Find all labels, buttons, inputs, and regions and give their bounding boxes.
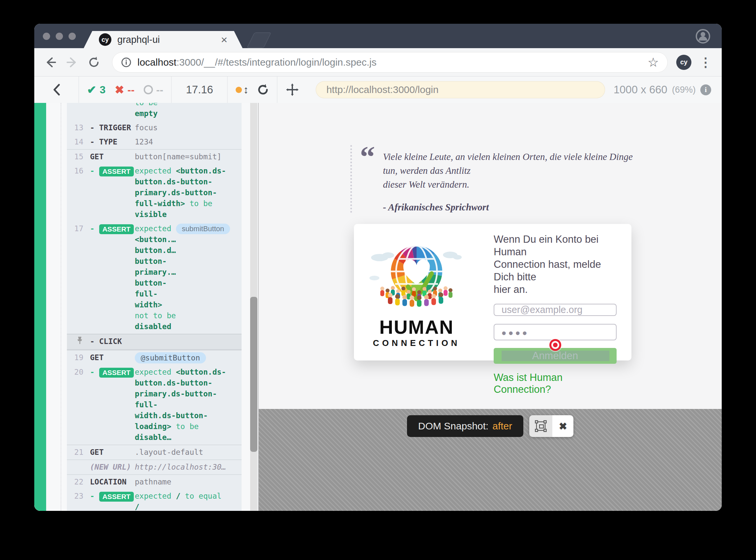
snapshot-state-pill: DOM Snapshot: after — [407, 415, 523, 437]
autoscroll-toggle[interactable]: ↕ — [236, 84, 249, 96]
back-icon[interactable] — [44, 56, 57, 68]
command-method: - TRIGGER — [83, 122, 133, 133]
pin-icon — [67, 336, 83, 347]
command-row[interactable]: 23- ASSERTexpected / to equal / — [67, 489, 241, 511]
command-number: 19 — [67, 352, 83, 363]
check-icon: ✔ — [87, 84, 97, 95]
email-input[interactable] — [494, 304, 616, 316]
titlebar: cy graphql-ui × — [34, 24, 722, 48]
snapshot-label: DOM Snapshot: — [418, 420, 488, 432]
command-row[interactable]: to be empty — [67, 103, 241, 121]
viewport-size: 1000 x 660 — [614, 83, 667, 96]
command-row[interactable]: 20- ASSERTexpected <button.ds- button.ds… — [67, 365, 241, 444]
command-row[interactable]: 22LOCATIONpathname — [67, 474, 241, 489]
bookmark-star-icon[interactable]: ☆ — [648, 55, 659, 69]
command-row[interactable]: 17- ASSERTexpected submitButton <button.… — [67, 222, 241, 334]
tab-close-icon[interactable]: × — [221, 34, 227, 45]
snapshot-state: after — [492, 420, 512, 432]
command-row[interactable]: 15GETbutton[name=submit] — [67, 149, 241, 164]
command-method: - ASSERT — [83, 367, 133, 378]
reporter-scrollbar[interactable] — [250, 103, 257, 511]
minimize-window-button[interactable] — [56, 33, 63, 40]
quote-mark-icon: “ — [360, 145, 375, 213]
command-message: 1234 — [133, 137, 239, 147]
highlight-toggle-button[interactable] — [529, 415, 552, 437]
url-path: :3000/__/#/tests/integration/login/login… — [176, 57, 376, 68]
brand-column: HUMAN CONNECTION — [354, 224, 479, 360]
command-row[interactable]: 19GET@submitButton — [67, 350, 241, 365]
command-number: 20 — [67, 367, 83, 378]
aut-url-wrap: http://localhost:3000/login — [307, 77, 613, 103]
what-is-hc-link[interactable]: Was ist Human Connection? — [494, 372, 616, 396]
command-message: expected submitButton <button.… button.d… — [133, 223, 239, 332]
command-method: GET — [83, 152, 133, 162]
runner-controls: ↕ — [228, 77, 277, 103]
command-row[interactable]: (NEW URL)http://localhost:30… — [67, 459, 241, 474]
updown-arrow-icon: ↕ — [243, 84, 249, 96]
command-message: http://localhost:30… — [133, 462, 239, 473]
command-method: LOCATION — [83, 477, 133, 487]
password-input[interactable] — [494, 324, 616, 340]
browser-tab[interactable]: cy graphql-ui × — [84, 31, 243, 48]
main-content: to be empty13- TRIGGERfocus14- TYPE12341… — [34, 103, 722, 511]
command-method: - TYPE — [83, 137, 133, 147]
profile-avatar-icon[interactable] — [695, 29, 711, 45]
command-method: (NEW URL) — [83, 462, 133, 473]
command-number: 16 — [67, 165, 83, 177]
quote-block: “ Viele kleine Leute, an vielen kleinen … — [350, 145, 640, 213]
cypress-toolbar: ✔3 ✖-- -- 17.16 ↕ http://localhost:3000/… — [34, 77, 722, 103]
assert-badge: ASSERT — [99, 492, 134, 502]
rerun-tests-icon[interactable] — [257, 84, 269, 96]
command-number: 23 — [67, 491, 83, 502]
command-row[interactable]: 21GET.layout-default — [67, 444, 241, 459]
browser-menu-icon[interactable]: ⋮ — [699, 55, 712, 69]
login-card: HUMAN CONNECTION Wenn Du ein Konto bei H… — [354, 224, 631, 360]
command-row[interactable]: 13- TRIGGERfocus — [67, 121, 241, 135]
close-window-button[interactable] — [43, 33, 50, 40]
command-message: button[name=submit] — [133, 152, 239, 162]
viewport-info: 1000 x 660 (69%) i — [614, 77, 722, 103]
orange-dot-icon — [236, 87, 242, 93]
cypress-extension-icon[interactable]: cy — [676, 55, 691, 70]
aut-url[interactable]: http://localhost:3000/login — [316, 81, 605, 98]
bounding-box-icon — [535, 420, 547, 432]
scrollbar-thumb[interactable] — [250, 297, 257, 452]
command-list: to be empty13- TRIGGERfocus14- TYPE12341… — [67, 103, 241, 511]
command-row[interactable]: 14- TYPE1234 — [67, 135, 241, 149]
command-number: 21 — [67, 447, 83, 458]
human-connection-logo-icon — [367, 238, 466, 317]
snapshot-close-button[interactable]: ✖ — [552, 415, 573, 437]
command-number: 13 — [67, 122, 83, 133]
submit-button-wrap: Anmelden — [494, 348, 616, 364]
command-number: 22 — [67, 477, 83, 487]
info-icon[interactable] — [121, 57, 131, 67]
reload-icon[interactable] — [88, 56, 100, 68]
maximize-window-button[interactable] — [68, 33, 76, 40]
omnibox[interactable]: localhost:3000/__/#/tests/integration/lo… — [112, 52, 668, 73]
assert-badge: ASSERT — [99, 224, 134, 234]
close-icon: ✖ — [559, 420, 567, 432]
login-intro-text: Wenn Du ein Konto bei Human Connection h… — [494, 233, 616, 296]
selector-playground-button[interactable] — [277, 77, 307, 103]
command-message: focus — [133, 122, 239, 133]
cypress-favicon-icon: cy — [99, 33, 111, 46]
circle-icon — [144, 85, 153, 94]
collapse-reporter-button[interactable] — [34, 77, 79, 103]
passed-stat: ✔3 — [87, 84, 105, 96]
command-method: GET — [83, 352, 133, 363]
event-hitbox-overlay — [502, 351, 609, 361]
command-log: to be empty13- TRIGGERfocus14- TYPE12341… — [34, 103, 258, 511]
outside-viewport-area: DOM Snapshot: after — [259, 409, 722, 511]
new-tab-button[interactable] — [247, 32, 271, 48]
viewport-zoom: (69%) — [672, 85, 696, 95]
command-number: 17 — [67, 223, 83, 234]
command-row[interactable]: 16- ASSERTexpected <button.ds- button.ds… — [67, 164, 241, 222]
tab-title: graphql-ui — [117, 34, 160, 45]
test-stats: ✔3 ✖-- -- — [79, 77, 172, 103]
viewport-info-icon[interactable]: i — [700, 84, 711, 95]
command-row[interactable]: - CLICK — [67, 334, 241, 350]
command-method: - ASSERT — [83, 223, 133, 234]
assert-badge: ASSERT — [99, 368, 134, 378]
command-message: .layout-default — [133, 447, 239, 458]
forward-icon[interactable] — [66, 56, 79, 68]
